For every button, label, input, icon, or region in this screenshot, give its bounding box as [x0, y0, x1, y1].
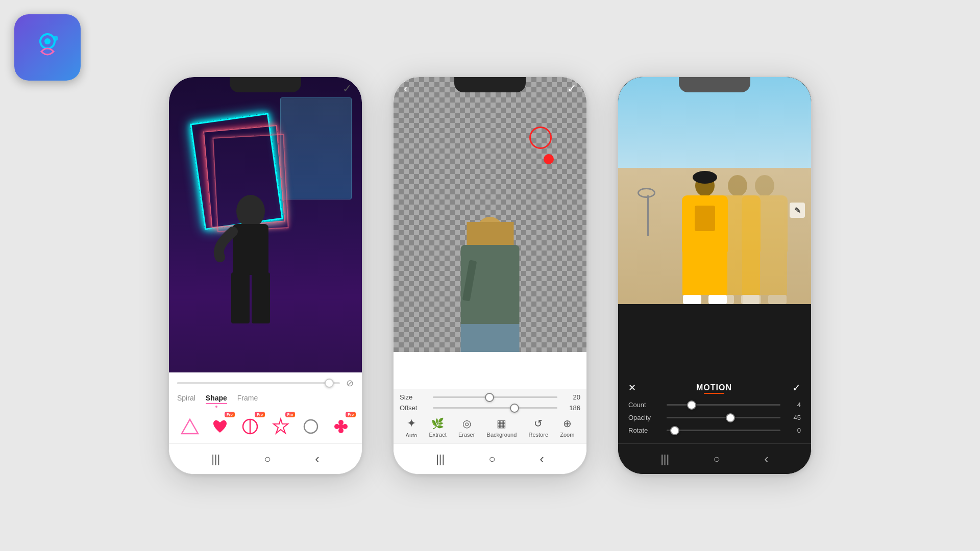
checker-background [394, 77, 586, 352]
phone2-tools-row: ✦ Auto 🌿 Extract ◎ Eraser ▦ [400, 417, 580, 438]
offset-label: Offset [400, 404, 428, 412]
hoop-pole [647, 195, 649, 236]
app-icon[interactable] [14, 14, 81, 81]
phone3-eraser-overlay[interactable]: ✎ [790, 203, 805, 218]
phone1-slider-track[interactable] [177, 382, 340, 384]
phone1-nav-lines[interactable]: ||| [211, 453, 220, 466]
extract-icon: 🌿 [431, 417, 444, 430]
red-circle-tool[interactable] [529, 127, 552, 149]
phone2-offset-row: Offset 186 [400, 404, 580, 412]
tab-shape[interactable]: Shape [206, 394, 227, 408]
eraser-label: Eraser [458, 432, 475, 438]
phone1-nav-circle[interactable]: ○ [264, 453, 271, 466]
opacity-row: Opacity 45 [628, 414, 801, 421]
svg-marker-10 [274, 419, 288, 433]
zoom-label: Zoom [560, 432, 574, 438]
blonde-person [461, 217, 520, 352]
phone3-notch [679, 77, 750, 92]
phone1-screen: ⊘ Spiral Shape Frame [169, 77, 362, 443]
size-label: Size [400, 393, 428, 401]
phone3-nav-lines[interactable]: ||| [660, 453, 669, 466]
rotate-value: 0 [786, 427, 801, 434]
phone2-size-slider[interactable] [433, 396, 557, 398]
red-dot-tool[interactable] [544, 154, 554, 164]
phone1-shapes-row: Pro Pro Pro [177, 414, 354, 439]
tool-zoom[interactable]: ⊕ Zoom [560, 417, 574, 438]
svg-point-16 [338, 424, 344, 429]
phone2-offset-slider[interactable] [433, 407, 557, 409]
phone2-nav-lines[interactable]: ||| [436, 453, 445, 466]
phone2-bottom-nav: ||| ○ ‹ [394, 443, 586, 474]
rotate-slider[interactable] [667, 430, 780, 431]
shape-flower[interactable]: Pro [329, 414, 354, 439]
phones-container: ⊘ Spiral Shape Frame [168, 77, 812, 474]
count-label: Count [628, 401, 662, 409]
size-value: 20 [562, 393, 580, 401]
opacity-slider[interactable] [667, 417, 780, 418]
shape-circle-outline[interactable] [298, 414, 323, 439]
phone1-eraser-icon[interactable]: ⊘ [346, 378, 354, 389]
offset-value: 186 [562, 404, 580, 412]
phone2-back-arrow[interactable]: ‹ [404, 82, 407, 95]
extract-label: Extract [429, 432, 446, 438]
phone-1: ⊘ Spiral Shape Frame [168, 77, 362, 474]
phone1-checkmark[interactable]: ✓ [342, 82, 352, 95]
rotate-label: Rotate [628, 427, 662, 434]
tool-restore[interactable]: ↺ Restore [528, 417, 548, 438]
phone3-screen: ✎ ✕ MOTION ✓ Count 4 [618, 77, 811, 443]
count-row: Count 4 [628, 401, 801, 409]
motion-header: ✕ MOTION ✓ [628, 382, 801, 394]
phone2-size-thumb[interactable] [485, 393, 494, 402]
flower-pro-badge: Pro [346, 412, 356, 417]
count-slider[interactable] [667, 404, 780, 406]
svg-point-1 [44, 38, 51, 44]
phone2-nav-circle[interactable]: ○ [489, 453, 496, 466]
shape-circle-cross[interactable]: Pro [238, 414, 263, 439]
shape-heart[interactable]: Pro [207, 414, 232, 439]
yellow-person-shoes [683, 295, 727, 304]
count-thumb[interactable] [687, 400, 696, 410]
opacity-value: 45 [786, 414, 801, 421]
star-pro-badge: Pro [285, 412, 296, 417]
eraser-icon: ◎ [462, 417, 471, 430]
phone1-tabs: Spiral Shape Frame [177, 394, 354, 408]
tool-auto[interactable]: ✦ Auto [406, 417, 418, 438]
svg-point-11 [304, 420, 317, 433]
auto-icon: ✦ [407, 417, 416, 430]
hoop [638, 188, 655, 198]
motion-confirm-button[interactable]: ✓ [792, 382, 801, 394]
tool-extract[interactable]: 🌿 Extract [429, 417, 446, 438]
phone2-toolbar: Size 20 Offset 186 [394, 389, 586, 443]
shape-star[interactable]: Pro [268, 414, 293, 439]
phone2-offset-thumb[interactable] [510, 404, 519, 413]
tab-frame[interactable]: Frame [237, 394, 258, 408]
svg-point-2 [53, 36, 58, 41]
phone1-nav-back[interactable]: ‹ [315, 451, 320, 467]
opacity-label: Opacity [628, 414, 662, 421]
phone1-slider-row: ⊘ [177, 378, 354, 389]
tab-spiral[interactable]: Spiral [177, 394, 195, 408]
rotate-thumb[interactable] [670, 426, 679, 435]
phone3-nav-back[interactable]: ‹ [764, 451, 769, 467]
opacity-thumb[interactable] [726, 413, 735, 422]
heart-pro-badge: Pro [225, 412, 235, 417]
motion-close-button[interactable]: ✕ [628, 382, 636, 393]
phone1-slider-thumb[interactable] [325, 379, 334, 388]
phone2-notch [454, 77, 526, 92]
phone1-bottom-nav: ||| ○ ‹ [169, 443, 362, 474]
phone3-motion-panel: ✕ MOTION ✓ Count 4 Opacity [618, 375, 811, 443]
phone1-notch [230, 77, 301, 92]
shape-triangle[interactable] [177, 414, 202, 439]
phone-2: Size 20 Offset 186 [393, 77, 587, 474]
count-value: 4 [786, 401, 801, 409]
phone2-nav-back[interactable]: ‹ [540, 451, 544, 467]
tool-background[interactable]: ▦ Background [487, 417, 517, 438]
tab-shape-dot [215, 406, 217, 408]
restore-icon: ↺ [534, 417, 543, 430]
phone2-checkmark[interactable]: ✓ [567, 82, 576, 95]
phone3-nav-circle[interactable]: ○ [714, 453, 720, 466]
tool-eraser[interactable]: ◎ Eraser [458, 417, 475, 438]
svg-rect-6 [252, 272, 270, 323]
yellow-person-main [682, 175, 728, 304]
svg-point-3 [236, 195, 265, 228]
